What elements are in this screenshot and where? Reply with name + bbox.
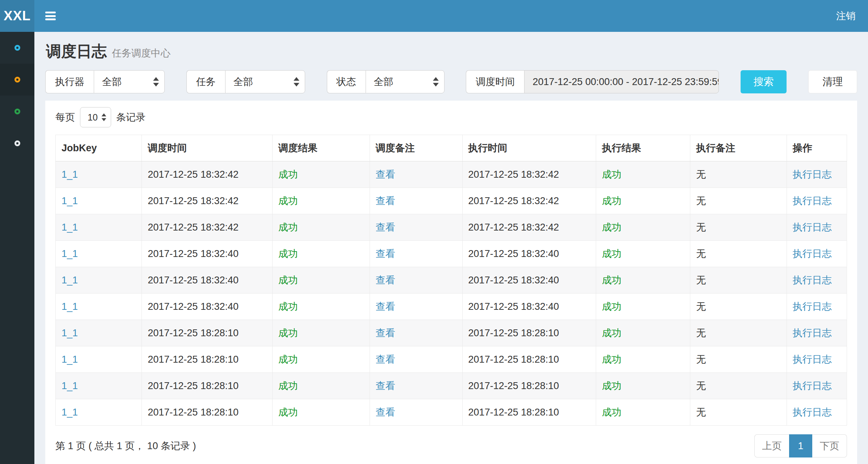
handle-time-cell: 2017-12-25 18:32:42 <box>462 188 596 214</box>
table-row: 1_1 2017-12-25 18:28:10 成功 查看 2017-12-25… <box>56 346 847 373</box>
trigger-result-cell: 成功 <box>272 214 370 241</box>
executor-filter-group: 执行器 全部 <box>45 70 165 93</box>
table-row: 1_1 2017-12-25 18:28:10 成功 查看 2017-12-25… <box>56 373 847 399</box>
select-spinner-icon <box>433 77 439 87</box>
jobkey-link[interactable]: 1_1 <box>62 301 78 312</box>
handle-time-cell: 2017-12-25 18:28:10 <box>462 320 596 346</box>
trigger-msg-link[interactable]: 查看 <box>376 169 395 180</box>
trigger-msg-link[interactable]: 查看 <box>376 195 395 206</box>
page-title: 调度日志 <box>46 43 107 60</box>
per-page-row: 每页 10 条记录 <box>55 107 847 127</box>
handle-result-cell: 成功 <box>596 241 690 267</box>
job-filter-select[interactable]: 全部 <box>225 70 305 93</box>
exec-log-link[interactable]: 执行日志 <box>793 328 832 338</box>
jobkey-link[interactable]: 1_1 <box>62 407 78 418</box>
table-footer: 第 1 页 ( 总共 1 页， 10 条记录 ) 上页 1 下页 <box>55 434 847 457</box>
jobkey-link[interactable]: 1_1 <box>62 275 78 286</box>
page-subtitle: 任务调度中心 <box>112 48 170 59</box>
table-row: 1_1 2017-12-25 18:28:10 成功 查看 2017-12-25… <box>56 320 847 346</box>
trigger-result-cell: 成功 <box>272 241 370 267</box>
sidebar <box>0 32 34 464</box>
trigger-result-cell: 成功 <box>272 346 370 373</box>
circle-icon <box>14 140 20 146</box>
trigger-msg-link[interactable]: 查看 <box>376 328 395 338</box>
table-row: 1_1 2017-12-25 18:28:10 成功 查看 2017-12-25… <box>56 399 847 426</box>
jobkey-link[interactable]: 1_1 <box>62 380 78 391</box>
trigger-msg-link[interactable]: 查看 <box>376 301 395 312</box>
jobkey-link[interactable]: 1_1 <box>62 328 78 338</box>
exec-log-link[interactable]: 执行日志 <box>793 169 832 180</box>
status-filter-group: 状态 全部 <box>327 70 444 93</box>
handle-msg-cell: 无 <box>690 241 787 267</box>
pagination-summary: 第 1 页 ( 总共 1 页， 10 条记录 ) <box>55 439 196 452</box>
trigger-time-cell: 2017-12-25 18:32:42 <box>142 161 273 188</box>
trigger-msg-link[interactable]: 查看 <box>376 380 395 391</box>
trigger-time-cell: 2017-12-25 18:28:10 <box>142 373 273 399</box>
handle-time-cell: 2017-12-25 18:32:40 <box>462 241 596 267</box>
circle-icon <box>14 109 20 114</box>
exec-log-link[interactable]: 执行日志 <box>793 407 832 418</box>
table-row: 1_1 2017-12-25 18:32:40 成功 查看 2017-12-25… <box>56 241 847 267</box>
exec-log-link[interactable]: 执行日志 <box>793 222 832 233</box>
col-trigger-msg: 调度备注 <box>370 135 462 161</box>
handle-msg-cell: 无 <box>690 399 787 426</box>
exec-log-link[interactable]: 执行日志 <box>793 248 832 259</box>
sidebar-item-4[interactable] <box>0 127 34 159</box>
handle-result-cell: 成功 <box>596 267 690 294</box>
trigger-msg-link[interactable]: 查看 <box>376 222 395 233</box>
exec-log-link[interactable]: 执行日志 <box>793 380 832 391</box>
app-logo: XXL <box>0 0 34 32</box>
handle-result-cell: 成功 <box>596 294 690 320</box>
exec-log-link[interactable]: 执行日志 <box>793 275 832 286</box>
handle-result-cell: 成功 <box>596 320 690 346</box>
trigger-time-range-input[interactable]: 2017-12-25 00:00:00 - 2017-12-25 23:59:5… <box>524 70 719 93</box>
exec-log-link[interactable]: 执行日志 <box>793 354 832 365</box>
col-trigger-time: 调度时间 <box>142 135 273 161</box>
jobkey-link[interactable]: 1_1 <box>62 354 78 365</box>
clear-button[interactable]: 清理 <box>808 70 857 93</box>
table-row: 1_1 2017-12-25 18:32:42 成功 查看 2017-12-25… <box>56 214 847 241</box>
trigger-result-cell: 成功 <box>272 188 370 214</box>
page-header: 调度日志任务调度中心 <box>45 32 857 70</box>
handle-time-cell: 2017-12-25 18:28:10 <box>462 399 596 426</box>
trigger-msg-link[interactable]: 查看 <box>376 275 395 286</box>
circle-icon <box>14 45 20 51</box>
executor-filter-select[interactable]: 全部 <box>94 70 165 93</box>
trigger-time-cell: 2017-12-25 18:32:40 <box>142 241 273 267</box>
trigger-time-cell: 2017-12-25 18:32:42 <box>142 214 273 241</box>
trigger-result-cell: 成功 <box>272 294 370 320</box>
top-navbar: XXL 注销 <box>0 0 868 32</box>
trigger-msg-link[interactable]: 查看 <box>376 407 395 418</box>
handle-time-cell: 2017-12-25 18:32:42 <box>462 161 596 188</box>
circle-icon <box>14 77 20 83</box>
jobkey-link[interactable]: 1_1 <box>62 222 78 233</box>
prev-page-button[interactable]: 上页 <box>754 434 789 457</box>
trigger-msg-link[interactable]: 查看 <box>376 248 395 259</box>
handle-result-cell: 成功 <box>596 373 690 399</box>
sidebar-item-3[interactable] <box>0 96 34 127</box>
status-filter-select[interactable]: 全部 <box>366 70 444 93</box>
trigger-msg-link[interactable]: 查看 <box>376 354 395 365</box>
sidebar-toggle-icon[interactable] <box>45 10 56 22</box>
jobkey-link[interactable]: 1_1 <box>62 169 78 180</box>
sidebar-item-2[interactable] <box>0 64 34 96</box>
exec-log-link[interactable]: 执行日志 <box>793 301 832 312</box>
jobkey-link[interactable]: 1_1 <box>62 195 78 206</box>
handle-msg-cell: 无 <box>690 346 787 373</box>
col-handle-msg: 执行备注 <box>690 135 787 161</box>
navbar-main: 注销 <box>34 0 868 32</box>
current-page-button[interactable]: 1 <box>789 434 812 457</box>
jobkey-link[interactable]: 1_1 <box>62 248 78 259</box>
executor-filter-label: 执行器 <box>45 70 94 93</box>
per-page-select[interactable]: 10 <box>80 107 111 127</box>
main-content: 调度日志任务调度中心 执行器 全部 任务 全部 状态 全部 调度时间 2017-… <box>34 32 868 464</box>
next-page-button[interactable]: 下页 <box>812 434 847 457</box>
table-row: 1_1 2017-12-25 18:32:40 成功 查看 2017-12-25… <box>56 294 847 320</box>
job-filter-label: 任务 <box>186 70 225 93</box>
handle-time-cell: 2017-12-25 18:32:40 <box>462 267 596 294</box>
search-button[interactable]: 搜索 <box>741 70 787 93</box>
sidebar-item-1[interactable] <box>0 32 34 64</box>
handle-result-cell: 成功 <box>596 214 690 241</box>
logout-link[interactable]: 注销 <box>836 9 856 22</box>
exec-log-link[interactable]: 执行日志 <box>793 195 832 206</box>
